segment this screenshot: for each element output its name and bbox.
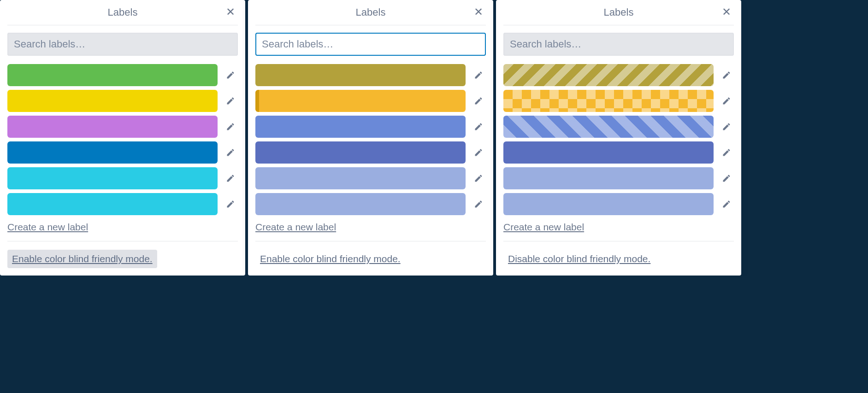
- pencil-icon[interactable]: [719, 119, 734, 134]
- popover-header: Labels ✕: [503, 0, 734, 25]
- popover-title: Labels: [108, 6, 138, 18]
- pencil-icon[interactable]: [471, 68, 486, 82]
- label-row: [7, 116, 238, 138]
- create-label-link[interactable]: Create a new label: [503, 222, 584, 232]
- label-row: [503, 193, 734, 215]
- popover-title: Labels: [356, 6, 386, 18]
- labels-list: [7, 64, 238, 215]
- pencil-icon[interactable]: [223, 171, 238, 186]
- label-row: [503, 64, 734, 86]
- colorblind-toggle-section: Enable color blind friendly mode.: [255, 250, 486, 268]
- labels-popover: Labels ✕ Create a new label Enable color…: [0, 0, 245, 276]
- label-row: [7, 167, 238, 189]
- label-swatch[interactable]: [255, 90, 466, 112]
- labels-list: [503, 64, 734, 215]
- create-label-link[interactable]: Create a new label: [7, 222, 88, 232]
- search-input[interactable]: [255, 33, 486, 56]
- pencil-icon[interactable]: [223, 119, 238, 134]
- colorblind-toggle-link[interactable]: Enable color blind friendly mode.: [255, 250, 405, 268]
- label-swatch[interactable]: [7, 193, 218, 215]
- pencil-icon[interactable]: [471, 171, 486, 186]
- pencil-icon[interactable]: [719, 145, 734, 160]
- label-swatch[interactable]: [7, 64, 218, 86]
- label-row: [7, 141, 238, 164]
- label-swatch[interactable]: [503, 167, 714, 189]
- label-swatch[interactable]: [503, 64, 714, 86]
- label-edge-indicator: [255, 90, 259, 112]
- popover-header: Labels ✕: [255, 0, 486, 25]
- label-row: [503, 167, 734, 189]
- label-row: [7, 90, 238, 112]
- label-swatch[interactable]: [7, 90, 218, 112]
- label-swatch[interactable]: [503, 90, 714, 112]
- pencil-icon[interactable]: [223, 68, 238, 82]
- popover-title: Labels: [604, 6, 634, 18]
- label-swatch[interactable]: [7, 167, 218, 189]
- pencil-icon[interactable]: [719, 68, 734, 82]
- pencil-icon[interactable]: [719, 171, 734, 186]
- pencil-icon[interactable]: [719, 94, 734, 108]
- label-row: [255, 90, 486, 112]
- pencil-icon[interactable]: [223, 145, 238, 160]
- label-row: [255, 116, 486, 138]
- close-icon[interactable]: ✕: [471, 5, 486, 19]
- label-row: [255, 167, 486, 189]
- label-swatch[interactable]: [503, 193, 714, 215]
- labels-popover: Labels ✕ Create a new label Disable colo…: [496, 0, 741, 276]
- pencil-icon[interactable]: [471, 145, 486, 160]
- search-input[interactable]: [7, 33, 238, 56]
- colorblind-toggle-link[interactable]: Enable color blind friendly mode.: [7, 250, 157, 268]
- create-label-section: Create a new label: [7, 222, 238, 241]
- pencil-icon[interactable]: [223, 94, 238, 108]
- create-label-link[interactable]: Create a new label: [255, 222, 336, 232]
- label-swatch[interactable]: [255, 116, 466, 138]
- close-icon[interactable]: ✕: [223, 5, 238, 19]
- create-label-section: Create a new label: [255, 222, 486, 241]
- label-swatch[interactable]: [255, 141, 466, 164]
- pencil-icon[interactable]: [223, 197, 238, 211]
- label-row: [503, 141, 734, 164]
- label-swatch[interactable]: [255, 64, 466, 86]
- colorblind-toggle-section: Disable color blind friendly mode.: [503, 250, 734, 268]
- create-label-section: Create a new label: [503, 222, 734, 241]
- colorblind-toggle-section: Enable color blind friendly mode.: [7, 250, 238, 268]
- pencil-icon[interactable]: [719, 197, 734, 211]
- label-swatch[interactable]: [255, 193, 466, 215]
- label-row: [7, 193, 238, 215]
- labels-list: [255, 64, 486, 215]
- label-row: [255, 193, 486, 215]
- pencil-icon[interactable]: [471, 197, 486, 211]
- label-swatch[interactable]: [7, 116, 218, 138]
- label-row: [503, 116, 734, 138]
- label-row: [255, 141, 486, 164]
- label-swatch[interactable]: [503, 116, 714, 138]
- popover-header: Labels ✕: [7, 0, 238, 25]
- search-input[interactable]: [503, 33, 734, 56]
- labels-popover: Labels ✕ Create a new label Enable color…: [248, 0, 493, 276]
- label-row: [7, 64, 238, 86]
- label-swatch[interactable]: [7, 141, 218, 164]
- pencil-icon[interactable]: [471, 119, 486, 134]
- label-swatch[interactable]: [255, 167, 466, 189]
- label-swatch[interactable]: [503, 141, 714, 164]
- label-row: [503, 90, 734, 112]
- colorblind-toggle-link[interactable]: Disable color blind friendly mode.: [503, 250, 655, 268]
- label-row: [255, 64, 486, 86]
- close-icon[interactable]: ✕: [719, 5, 734, 19]
- pencil-icon[interactable]: [471, 94, 486, 108]
